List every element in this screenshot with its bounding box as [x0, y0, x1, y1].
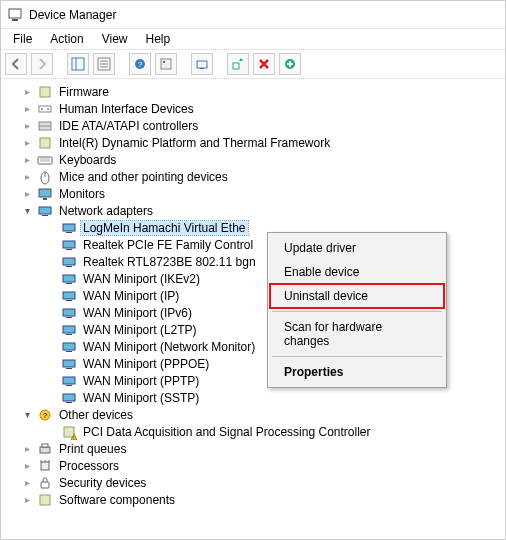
expand-icon[interactable] — [21, 154, 33, 166]
tree-label: Realtek PCIe FE Family Control — [81, 238, 255, 252]
expand-icon[interactable] — [21, 137, 33, 149]
help-button[interactable]: ? — [129, 53, 151, 75]
security-icon — [37, 475, 53, 491]
svg-rect-32 — [63, 224, 75, 231]
svg-rect-50 — [63, 377, 75, 384]
expand-icon[interactable] — [21, 120, 33, 132]
tree-category[interactable]: Software components — [3, 491, 503, 508]
tree-label: IDE ATA/ATAPI controllers — [57, 119, 200, 133]
tree-category[interactable]: IDE ATA/ATAPI controllers — [3, 117, 503, 134]
scan-hardware-button[interactable] — [279, 53, 301, 75]
collapse-icon[interactable] — [21, 205, 33, 217]
tree-label: WAN Miniport (PPPOE) — [81, 357, 211, 371]
spacer — [45, 256, 57, 268]
tree-category[interactable]: Intel(R) Dynamic Platform and Thermal Fr… — [3, 134, 503, 151]
ctx-scan-hardware[interactable]: Scan for hardware changes — [270, 315, 444, 353]
expand-icon[interactable] — [21, 460, 33, 472]
hid-icon — [37, 101, 53, 117]
menu-view[interactable]: View — [94, 30, 136, 48]
svg-rect-66 — [40, 495, 50, 505]
firmware-icon — [37, 84, 53, 100]
svg-rect-36 — [63, 258, 75, 265]
menu-help[interactable]: Help — [138, 30, 179, 48]
expand-icon[interactable] — [21, 443, 33, 455]
spacer — [45, 358, 57, 370]
tree-label: Monitors — [57, 187, 107, 201]
network-adapter-icon — [61, 390, 77, 406]
ctx-update-driver[interactable]: Update driver — [270, 236, 444, 260]
tree-label: WAN Miniport (IKEv2) — [81, 272, 202, 286]
menu-action[interactable]: Action — [42, 30, 91, 48]
svg-rect-45 — [66, 334, 72, 335]
spacer — [45, 392, 57, 404]
tree-category[interactable]: Processors — [3, 457, 503, 474]
properties-button[interactable] — [93, 53, 115, 75]
tree-label: WAN Miniport (PPTP) — [81, 374, 201, 388]
titlebar: Device Manager — [1, 1, 505, 29]
expand-icon[interactable] — [21, 188, 33, 200]
tree-label: WAN Miniport (Network Monitor) — [81, 340, 257, 354]
processor-icon — [37, 458, 53, 474]
svg-rect-12 — [197, 61, 207, 68]
toolbar-separator — [57, 53, 63, 75]
svg-rect-30 — [39, 207, 51, 214]
expand-icon[interactable] — [21, 103, 33, 115]
tree-label: Firmware — [57, 85, 111, 99]
tree-category[interactable]: Monitors — [3, 185, 503, 202]
spacer — [45, 307, 57, 319]
expand-icon[interactable] — [21, 494, 33, 506]
tree-category[interactable]: Security devices — [3, 474, 503, 491]
expand-icon[interactable] — [21, 171, 33, 183]
svg-rect-42 — [63, 309, 75, 316]
svg-rect-1 — [12, 19, 18, 21]
ctx-properties[interactable]: Properties — [270, 360, 444, 384]
svg-rect-34 — [63, 241, 75, 248]
tree-label: WAN Miniport (IPv6) — [81, 306, 194, 320]
svg-rect-35 — [66, 249, 72, 250]
svg-rect-40 — [63, 292, 75, 299]
forward-button[interactable] — [31, 53, 53, 75]
svg-point-18 — [41, 108, 43, 110]
back-button[interactable] — [5, 53, 27, 75]
svg-rect-29 — [43, 198, 47, 200]
update-driver-button[interactable] — [191, 53, 213, 75]
tree-category[interactable]: Human Interface Devices — [3, 100, 503, 117]
tree-category[interactable]: Print queues — [3, 440, 503, 457]
tree-label: Network adapters — [57, 204, 155, 218]
printer-icon — [37, 441, 53, 457]
software-icon — [37, 492, 53, 508]
uninstall-device-button[interactable] — [253, 53, 275, 75]
tree-item[interactable]: !PCI Data Acquisition and Signal Process… — [3, 423, 503, 440]
action-button[interactable] — [155, 53, 177, 75]
svg-rect-33 — [66, 232, 72, 233]
tree-item[interactable]: WAN Miniport (SSTP) — [3, 389, 503, 406]
device-manager-icon — [7, 7, 23, 23]
tree-label: Keyboards — [57, 153, 118, 167]
mouse-icon — [37, 169, 53, 185]
enable-device-button[interactable] — [227, 53, 249, 75]
tree-label: Realtek RTL8723BE 802.11 bgn — [81, 255, 258, 269]
spacer — [45, 426, 57, 438]
tree-label: WAN Miniport (L2TP) — [81, 323, 199, 337]
svg-rect-13 — [200, 68, 204, 69]
collapse-icon[interactable] — [21, 409, 33, 421]
ctx-enable-device[interactable]: Enable device — [270, 260, 444, 284]
tree-category[interactable]: Mice and other pointing devices — [3, 168, 503, 185]
expand-icon[interactable] — [21, 477, 33, 489]
expand-icon[interactable] — [21, 86, 33, 98]
tree-category[interactable]: ? Other devices — [3, 406, 503, 423]
ctx-uninstall-device[interactable]: Uninstall device — [270, 284, 444, 308]
svg-rect-43 — [66, 317, 72, 318]
ctx-separator — [272, 356, 442, 357]
tree-label: Other devices — [57, 408, 135, 422]
tree-category[interactable]: Network adapters — [3, 202, 503, 219]
svg-rect-28 — [39, 189, 51, 197]
menu-file[interactable]: File — [5, 30, 40, 48]
tree-category[interactable]: Firmware — [3, 83, 503, 100]
show-hide-tree-button[interactable] — [67, 53, 89, 75]
tree-label: Processors — [57, 459, 121, 473]
svg-rect-46 — [63, 343, 75, 350]
tree-label: Human Interface Devices — [57, 102, 196, 116]
tree-category[interactable]: Keyboards — [3, 151, 503, 168]
svg-rect-31 — [42, 215, 48, 216]
